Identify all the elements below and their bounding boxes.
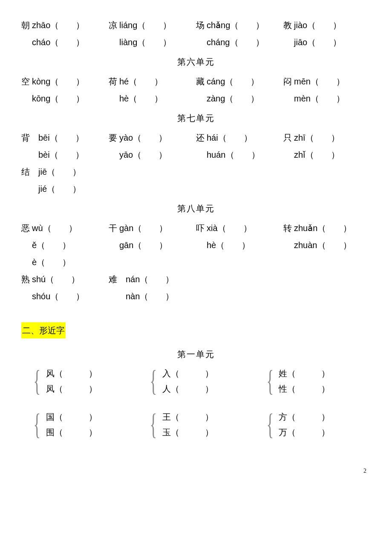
pinyin-cell: 藏 cáng（ ） (196, 73, 283, 90)
pinyin-cell: zàng（ ） (196, 90, 283, 107)
blank-paren: （ ） (47, 167, 81, 176)
pinyin-cell: huán（ ） (196, 147, 283, 163)
hanzi: 教 (283, 20, 292, 30)
hanzi: 熟 (21, 275, 30, 284)
brace-icon: { (150, 410, 157, 439)
pinyin-row: 结 jiē（ ） (21, 164, 371, 180)
pinyin-row: 朝 zhāo（ ） 凉 liáng（ ） 场 chǎng（ ） 教 jiào（ … (21, 17, 371, 33)
pinyin-cell: 荷 hé（ ） (109, 73, 196, 90)
char-group: { 风（ ） 凤（ ） (21, 366, 138, 396)
char-item: 姓（ ） (279, 366, 330, 381)
hanzi: 方 (279, 412, 287, 422)
blank-paren: （ ） (47, 184, 81, 194)
pinyin: nàn (126, 292, 140, 301)
blank-paren: （ ） (46, 275, 80, 284)
pinyin: yāo (119, 150, 133, 159)
blank-paren: （ ） (50, 150, 84, 159)
pinyin: zhuǎn (294, 223, 317, 233)
blank-paren: （ ） (287, 412, 330, 422)
blank-paren: （ ） (317, 240, 352, 250)
hanzi: 吓 (196, 223, 205, 233)
hanzi: 凉 (109, 20, 117, 30)
pinyin: hè (207, 240, 216, 250)
hanzi: 转 (283, 223, 292, 233)
pinyin: jiāo (294, 38, 307, 47)
pinyin: zhǐ (294, 150, 306, 159)
pinyin: zàng (207, 94, 225, 103)
blank-paren: （ ） (133, 240, 167, 250)
brace-icon: { (266, 410, 274, 439)
pinyin-cell: 转 zhuǎn（ ） (283, 220, 371, 236)
char-item: 围（ ） (46, 425, 97, 440)
blank-paren: （ ） (55, 369, 97, 378)
pinyin: mèn (294, 94, 311, 103)
pinyin-cell: 熟 shú（ ） (21, 271, 109, 287)
pinyin-cell: zhuàn（ ） (283, 237, 371, 253)
char-item: 凤（ ） (46, 381, 97, 396)
pinyin-cell: 空 kòng（ ） (21, 73, 109, 90)
pinyin: hé (119, 77, 129, 86)
blank-paren: （ ） (133, 150, 167, 159)
blank-paren: （ ） (140, 275, 174, 284)
blank-paren: （ ） (50, 94, 84, 103)
brace-icon: { (266, 366, 274, 396)
pinyin: hái (207, 133, 218, 142)
hanzi: 性 (279, 384, 287, 393)
blank-paren: （ ） (226, 150, 260, 159)
pinyin-cell: 吓 xià（ ） (196, 220, 283, 236)
pinyin-cell: mèn（ ） (283, 90, 371, 107)
pinyin-cell: gān（ ） (109, 237, 196, 253)
blank-paren: （ ） (307, 20, 341, 30)
char-item: 人（ ） (162, 381, 213, 396)
char-group: { 国（ ） 围（ ） (21, 409, 138, 440)
pinyin-cell: kōng（ ） (21, 90, 109, 107)
hanzi: 入 (162, 369, 171, 378)
char-item: 王（ ） (162, 409, 213, 425)
blank-paren: （ ） (55, 412, 97, 422)
pinyin-row: 熟 shú（ ） 难 nán（ ） (21, 271, 371, 287)
pinyin: kōng (32, 94, 50, 103)
blank-paren: （ ） (230, 20, 264, 30)
pinyin-cell: 还 hái（ ） (196, 130, 283, 146)
pinyin-cell: 干 gàn（ ） (109, 220, 196, 236)
blank-paren: （ ） (137, 20, 171, 30)
pinyin-cell: 教 jiào（ ） (283, 17, 371, 33)
char-group: { 姓（ ） 性（ ） (254, 366, 371, 396)
hanzi: 凤 (46, 384, 55, 393)
hanzi: 王 (162, 412, 171, 422)
brace-icon: { (150, 366, 157, 396)
blank-paren: （ ） (133, 133, 167, 142)
pinyin-cell: 恶 wù（ ） (21, 220, 109, 236)
pinyin-row: 恶 wù（ ） 干 gàn（ ） 吓 xià（ ） 转 zhuǎn（ ） (21, 220, 371, 236)
char-item: 玉（ ） (162, 425, 213, 440)
hanzi: 场 (196, 20, 205, 30)
blank-paren: （ ） (140, 292, 174, 301)
blank-paren: （ ） (307, 38, 341, 47)
pinyin: zhāo (32, 20, 50, 30)
unit-title: 第一单元 (21, 346, 371, 362)
hanzi: 干 (109, 223, 117, 233)
pinyin-cell: 结 jiē（ ） (21, 164, 371, 180)
pinyin-cell: yāo（ ） (109, 147, 196, 163)
char-item: 风（ ） (46, 366, 97, 381)
char-group: { 王（ ） 玉（ ） (138, 409, 254, 440)
pinyin-row: kōng（ ） hè（ ） zàng（ ） mèn（ ） (21, 90, 371, 107)
hanzi: 荷 (109, 77, 117, 86)
char-group-row: { 国（ ） 围（ ） { 王（ ） 玉（ ） { 方（ ） 万（ ） (21, 409, 371, 440)
blank-paren: （ ） (171, 384, 213, 393)
hanzi: 还 (196, 133, 205, 142)
pinyin-cell: zhǐ（ ） (283, 147, 371, 163)
blank-paren: （ ） (216, 240, 250, 250)
pinyin: zhī (294, 133, 306, 142)
brace-icon: { (33, 410, 40, 439)
hanzi: 姓 (279, 369, 287, 378)
char-item: 方（ ） (279, 409, 330, 425)
pinyin-row: 空 kòng（ ） 荷 hé（ ） 藏 cáng（ ） 闷 mēn（ ） (21, 73, 371, 90)
blank-paren: （ ） (311, 94, 345, 103)
pinyin-cell: ě（ ） (21, 237, 109, 253)
pinyin: zhuàn (294, 240, 317, 250)
pinyin-cell: jié（ ） (21, 181, 371, 197)
hanzi: 人 (162, 384, 171, 393)
char-group: { 方（ ） 万（ ） (254, 409, 371, 440)
hanzi: 万 (279, 428, 287, 437)
